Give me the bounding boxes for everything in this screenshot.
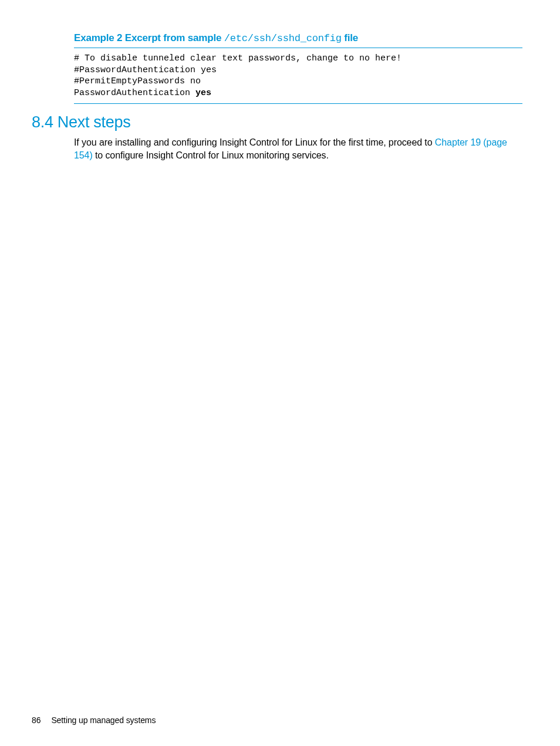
example-title: Example 2 Excerpt from sample /etc/ssh/s… <box>74 32 522 48</box>
footer-section-title: Setting up managed systems <box>51 715 156 725</box>
page-footer: 86Setting up managed systems <box>32 715 156 725</box>
page-number: 86 <box>32 715 41 725</box>
code-block: # To disable tunneled clear text passwor… <box>74 48 522 104</box>
code-line-1: # To disable tunneled clear text passwor… <box>74 53 402 63</box>
document-page: Example 2 Excerpt from sample /etc/ssh/s… <box>0 0 560 746</box>
code-line-3: #PermitEmptyPasswords no <box>74 76 201 86</box>
example-box: Example 2 Excerpt from sample /etc/ssh/s… <box>74 32 522 104</box>
para-after-link: to configure Insight Control for Linux m… <box>93 150 329 160</box>
example-title-path: /etc/ssh/sshd_config <box>224 33 342 44</box>
body-paragraph: If you are installing and configuring In… <box>74 136 522 161</box>
example-title-prefix: Example 2 Excerpt from sample <box>74 32 224 43</box>
example-title-suffix: file <box>342 32 358 43</box>
para-before-link: If you are installing and configuring In… <box>74 137 435 147</box>
code-line-4b: yes <box>195 88 211 98</box>
code-line-4a: PasswordAuthentication <box>74 88 195 98</box>
section-heading: 8.4 Next steps <box>32 113 528 131</box>
code-line-2: #PasswordAuthentication yes <box>74 65 217 75</box>
